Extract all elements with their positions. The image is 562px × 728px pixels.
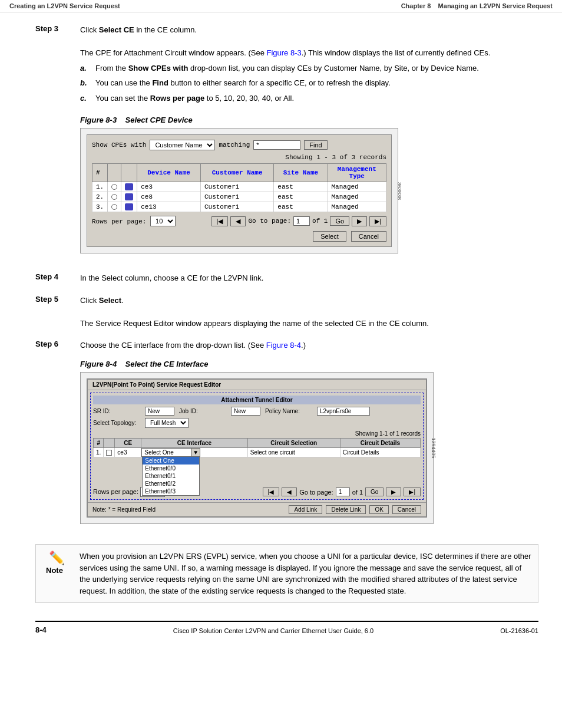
fig83-col-num: #: [92, 164, 108, 182]
step5-label: Step 5: [35, 295, 71, 330]
note-section: ✏️ Note When you provision an L2VPN ERS …: [35, 544, 538, 603]
step4-main: In the Select column, choose a CE for th…: [80, 274, 263, 282]
fig84-next-btn[interactable]: ▶: [386, 487, 401, 496]
fig83-show-label: Show CPEs with: [92, 141, 146, 149]
note-label: Note: [46, 566, 67, 575]
fig83-page-input[interactable]: [293, 216, 310, 226]
fig84-option-eth00[interactable]: Ethernet0/0: [143, 465, 199, 472]
fig83-find-btn[interactable]: Find: [304, 140, 327, 150]
sub-a-label: a.: [80, 62, 88, 74]
fig84-showing: Showing 1-1 of 1 records: [93, 430, 421, 437]
fig83-side-num: 363838: [396, 182, 402, 200]
sub-c-text: You can set the Rows per page to 5, 10, …: [95, 93, 294, 104]
fig84-pagination-right: |◀ ◀ Go to page: of 1 Go ▶ ▶|: [263, 487, 421, 496]
footer-right: OL-21636-01: [500, 627, 538, 634]
dev-icon-1: [125, 183, 133, 190]
fig83-matching-label: matching: [219, 141, 250, 149]
fig83-link[interactable]: Figure 8-3: [266, 48, 301, 57]
fig84-section-title: Attachment Tunnel Editor: [93, 396, 421, 404]
fig84-window-title: L2VPN(Point To Point) Service Request Ed…: [88, 380, 426, 390]
fig84-addlink-btn[interactable]: Add Link: [289, 505, 322, 514]
fig84-option-selectone[interactable]: Select One: [143, 457, 199, 465]
fig83-row-2: 2. ce8 Customer1 east Managed: [92, 192, 386, 202]
fig83-row-3: 3. ce13 Customer1 east Managed: [92, 202, 386, 212]
dev-icon-3: [125, 203, 133, 210]
fig83-col-customer: Customer Name: [200, 164, 273, 182]
fig83-screenshot: Show CPEs with Customer Name Site Device…: [80, 128, 398, 253]
fig84-checkbox[interactable]: [106, 450, 112, 456]
step3-label: Step 3: [35, 24, 71, 107]
fig84-policy-label: Policy Name:: [265, 408, 312, 414]
fig83-dropdown[interactable]: Customer Name Site Device Name: [150, 140, 215, 150]
fig83-rows-per-page: Rows per page: 10 5 20 30 40 All: [92, 216, 176, 226]
fig84-interface-select[interactable]: Select One: [142, 449, 191, 456]
fig84-option-eth02[interactable]: Ethernet0/2: [143, 480, 199, 487]
fig84-last-btn[interactable]: ▶|: [404, 487, 421, 496]
step6-main: Choose the CE interface from the drop-do…: [80, 341, 306, 350]
fig83-pagination-right: |◀ ◀ Go to page: of 1 Go ▶ ▶|: [211, 216, 386, 226]
fig84-prev-btn[interactable]: ◀: [282, 487, 297, 496]
fig84-table: # CE CE Interface Circuit Selection Circ…: [93, 438, 421, 457]
fig84-note-footer: Note: * = Required Field: [92, 506, 156, 513]
step5-main: Click Select.: [80, 296, 124, 305]
fig84-topology-select[interactable]: Full Mesh: [145, 418, 189, 428]
step3-main: Click Select CE in the CE column.: [80, 25, 197, 34]
fig84-sr-label: SR ID:: [93, 408, 140, 414]
step3-detail: The CPE for Attachment Circuit window ap…: [80, 48, 490, 57]
fig84-ok-btn[interactable]: OK: [369, 505, 388, 514]
note-icon: ✏️: [48, 551, 65, 566]
fig84-option-eth01[interactable]: Ethernet0/1: [143, 472, 199, 480]
fig84-page-input[interactable]: [336, 487, 350, 496]
fig84-row-1: 1. ce3 Select One ▼: [94, 447, 421, 457]
fig84-link[interactable]: Figure 8-4: [266, 341, 301, 350]
fig84-job-label: Job ID:: [179, 408, 226, 414]
fig84-caption: Figure 8-4 Select the CE Interface: [80, 360, 538, 368]
fig83-select-btn[interactable]: Select: [313, 231, 346, 242]
note-text: When you provision an L2VPN ERS (EVPL) s…: [80, 551, 532, 597]
fig83-search-input[interactable]: [253, 140, 300, 150]
fig84-policy-input[interactable]: [317, 407, 370, 416]
fig83-row-1: 1. ce3 Customer1 east Managed: [92, 182, 386, 192]
step4-label: Step 4: [35, 272, 71, 284]
page-header: Creating an L2VPN Service Request Chapte…: [0, 0, 562, 12]
fig83-col-site: Site Name: [274, 164, 328, 182]
fig84-go-btn[interactable]: Go: [365, 487, 384, 496]
step3-block: Step 3 Click Select CE in the CE column.…: [35, 24, 538, 262]
fig83-rows-select[interactable]: 10 5 20 30 40 All: [150, 216, 176, 226]
fig84-first-btn[interactable]: |◀: [263, 487, 280, 496]
fig83-table: # Device Name Customer Name Site Name Ma…: [92, 163, 386, 212]
fig83-next-btn[interactable]: ▶: [352, 216, 367, 226]
fig84-side-num: 1394405: [430, 437, 436, 458]
step5-block: Step 5 Click Select. The Service Request…: [35, 295, 538, 330]
fig84-topology-label: Select Topology:: [93, 420, 140, 426]
step6-block: Step 6 Choose the CE interface from the …: [35, 340, 538, 532]
fig84-cancel-btn[interactable]: Cancel: [392, 505, 421, 514]
fig83-caption: Figure 8-3 Select CPE Device: [80, 116, 538, 124]
fig84-dropdown-arrow[interactable]: ▼: [191, 449, 200, 456]
fig83-col-mgmt: ManagementType: [328, 164, 386, 182]
sub-a-text: From the Show CPEs with drop-down list, …: [95, 62, 479, 74]
page-footer: 8-4 Cisco IP Solution Center L2VPN and C…: [35, 621, 538, 634]
step4-block: Step 4 In the Select column, choose a CE…: [35, 272, 538, 284]
dev-icon-2: [125, 193, 133, 200]
fig84-option-eth03[interactable]: Ethernet0/3: [143, 487, 199, 495]
sub-c-label: c.: [80, 93, 88, 104]
fig84-sr-input[interactable]: [145, 407, 174, 416]
footer-center: Cisco IP Solution Center L2VPN and Carri…: [173, 627, 373, 634]
fig83-first-btn[interactable]: |◀: [211, 216, 229, 226]
fig83-prev-btn[interactable]: ◀: [230, 216, 246, 226]
fig83-last-btn[interactable]: ▶|: [369, 216, 386, 226]
fig84-deletelink-btn[interactable]: Delete Link: [326, 505, 366, 514]
sub-b-label: b.: [80, 77, 88, 89]
fig83-go-btn[interactable]: Go: [330, 216, 349, 226]
fig84-footer: Note: * = Required Field Add Link Delete…: [88, 502, 426, 516]
header-left: Creating an L2VPN Service Request: [9, 2, 120, 9]
footer-page: 8-4: [35, 625, 47, 634]
fig84-dropdown-list[interactable]: Select One Ethernet0/0 Ethernet0/1 Ether…: [142, 456, 200, 496]
step3-sublist: a. From the Show CPEs with drop-down lis…: [80, 62, 538, 104]
header-right: Chapter 8 Managing an L2VPN Service Requ…: [401, 2, 553, 9]
step6-label: Step 6: [35, 340, 71, 351]
step5-detail: The Service Request Editor window appear…: [80, 319, 429, 328]
fig83-cancel-btn[interactable]: Cancel: [351, 231, 386, 242]
fig84-job-input[interactable]: [231, 407, 260, 416]
